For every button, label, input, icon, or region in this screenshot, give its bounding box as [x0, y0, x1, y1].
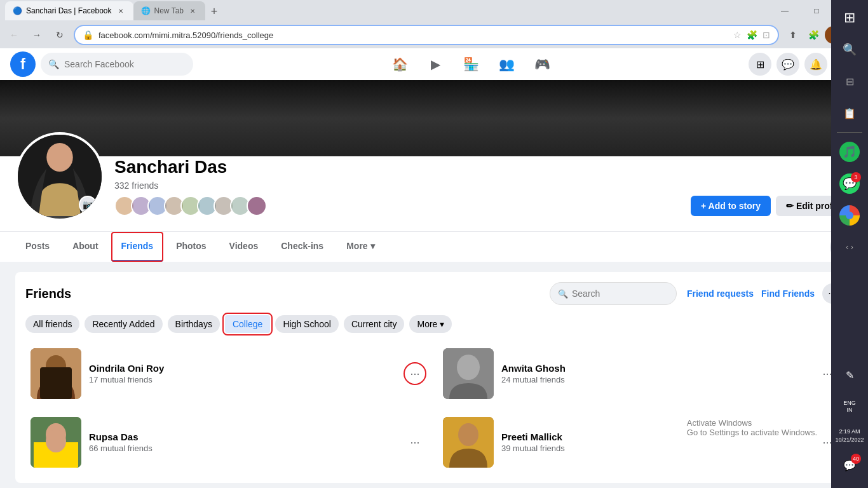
- extension-icon[interactable]: 🧩: [747, 30, 757, 40]
- tab-bar: 🔵 Sanchari Das | Facebook ✕ 🌐 New Tab ✕ …: [5, 1, 770, 20]
- cover-photo: [0, 80, 868, 156]
- add-story-button[interactable]: + Add to story: [691, 196, 771, 216]
- svg-point-12: [458, 423, 478, 446]
- groups-nav-icon[interactable]: 👥: [491, 49, 522, 79]
- minimize-button[interactable]: —: [770, 0, 799, 22]
- friends-section: Friends 🔍 Friend requests Find Friends ·…: [15, 272, 853, 483]
- taskbar-search-icon[interactable]: 🔍: [834, 34, 865, 65]
- chevron-icons[interactable]: ‹ ›: [834, 232, 865, 262]
- friends-grid: Oindrila Oni Roy 17 mutual friends ···: [25, 343, 843, 473]
- tab-facebook[interactable]: 🔵 Sanchari Das | Facebook ✕: [5, 1, 133, 20]
- profile-info: Sanchari Das 332 friends: [114, 156, 681, 221]
- fb-search-bar[interactable]: 🔍: [41, 53, 193, 76]
- filter-more-button[interactable]: More ▾: [409, 315, 452, 333]
- spotify-icon[interactable]: 🎵: [834, 137, 865, 167]
- tab-videos[interactable]: Videos: [219, 232, 269, 262]
- svg-point-1: [46, 143, 72, 172]
- notification-count: 40: [851, 454, 861, 464]
- tab-favicon-2: 🌐: [141, 6, 151, 15]
- profile-name: Sanchari Das: [114, 156, 681, 178]
- forward-button[interactable]: →: [28, 26, 46, 44]
- cover-area: 📷 Sanchari Das 332 friends: [0, 80, 868, 262]
- tab-close-1[interactable]: ✕: [116, 6, 126, 16]
- url-text: facebook.com/mimi.mitra.52090/friends_co…: [98, 30, 728, 40]
- facebook-logo[interactable]: f: [10, 51, 36, 77]
- tab-newtab[interactable]: 🌐 New Tab ✕: [133, 1, 205, 20]
- friend-more-button-3[interactable]: ···: [405, 432, 425, 452]
- time-text: 2:19 AM: [839, 428, 860, 436]
- notifications-icon[interactable]: 🔔: [804, 53, 827, 76]
- fb-navbar: f 🔍 🏠 ▶ 🏪 👥 🎮 ⊞ 💬 🔔: [0, 48, 868, 80]
- task-view-icon[interactable]: ⊟: [834, 66, 865, 97]
- camera-badge[interactable]: 📷: [79, 196, 97, 214]
- maximize-button[interactable]: □: [802, 0, 831, 22]
- widgets-icon[interactable]: 📋: [834, 98, 865, 128]
- friends-count: 332 friends: [114, 180, 681, 191]
- find-friends-link[interactable]: Find Friends: [761, 288, 815, 299]
- home-nav-icon[interactable]: 🏠: [384, 49, 415, 79]
- friends-search-area: 🔍: [550, 282, 677, 305]
- tab-title-1: Sanchari Das | Facebook: [26, 6, 112, 15]
- search-icon: 🔍: [48, 59, 59, 69]
- tab-more[interactable]: More ▾: [336, 232, 384, 262]
- filter-college[interactable]: College: [225, 315, 270, 333]
- star-icon[interactable]: ☆: [733, 30, 742, 40]
- gaming-nav-icon[interactable]: 🎮: [527, 49, 557, 79]
- edit-icon[interactable]: ✎: [834, 360, 865, 390]
- video-nav-icon[interactable]: ▶: [420, 49, 451, 79]
- filter-all-friends[interactable]: All friends: [25, 315, 79, 333]
- friend-mutual-2: 24 mutual friends: [501, 375, 810, 384]
- friend-name-4: Preeti Mallick: [501, 431, 810, 442]
- date-text: 10/21/2022: [835, 436, 864, 444]
- split-tab-icon[interactable]: ⊡: [763, 30, 770, 40]
- apps-icon[interactable]: ⊞: [749, 53, 771, 76]
- friends-search-input[interactable]: [572, 288, 668, 299]
- filter-current-city[interactable]: Current city: [344, 315, 405, 333]
- friend-info-4: Preeti Mallick 39 mutual friends: [501, 431, 810, 453]
- filter-birthdays[interactable]: Birthdays: [168, 315, 220, 333]
- extensions-icon[interactable]: 🧩: [804, 26, 822, 44]
- address-bar[interactable]: 🔒 facebook.com/mimi.mitra.52090/friends_…: [74, 25, 779, 45]
- back-button[interactable]: ←: [5, 26, 23, 44]
- tab-favicon-1: 🔵: [13, 6, 22, 15]
- friend-info-3: Rupsa Das 66 mutual friends: [89, 431, 397, 453]
- whatsapp-icon[interactable]: 💬 3: [834, 168, 865, 199]
- friend-info-1: Oindrila Oni Roy 17 mutual friends: [89, 363, 397, 384]
- tab-photos[interactable]: Photos: [166, 232, 216, 262]
- notification-widget[interactable]: 💬 40: [834, 450, 865, 480]
- friend-requests-link[interactable]: Friend requests: [687, 288, 754, 299]
- profile-avatar: 📷: [15, 132, 104, 221]
- marketplace-nav-icon[interactable]: 🏪: [456, 49, 486, 79]
- friend-photo-2: [443, 348, 494, 399]
- friends-search-box[interactable]: 🔍: [550, 282, 677, 305]
- clock-widget[interactable]: 2:19 AM 10/21/2022: [831, 423, 868, 449]
- friend-photo-3: [31, 417, 81, 468]
- tab-posts[interactable]: Posts: [15, 232, 60, 262]
- friend-card-2: Anwita Ghosh 24 mutual friends ···: [438, 343, 843, 404]
- chrome-icon[interactable]: [834, 200, 865, 231]
- svg-rect-4: [40, 367, 72, 399]
- tab-about[interactable]: About: [62, 232, 108, 262]
- profile-actions: + Add to story ✏ Edit profile: [691, 196, 853, 221]
- whatsapp-badge: 3: [851, 172, 861, 182]
- profile-section: 📷 Sanchari Das 332 friends: [0, 156, 868, 231]
- refresh-button[interactable]: ↻: [51, 26, 69, 44]
- friend-photo-4: [443, 417, 494, 468]
- filter-recently-added[interactable]: Recently Added: [85, 315, 162, 333]
- windows-start-icon[interactable]: ⊞: [834, 3, 865, 33]
- friend-more-button-1[interactable]: ···: [405, 363, 425, 384]
- profile-tabs: Posts About Friends Photos Videos Check-…: [0, 231, 868, 262]
- friend-mutual-4: 39 mutual friends: [501, 444, 810, 453]
- filter-high-school[interactable]: High School: [275, 315, 339, 333]
- language-indicator[interactable]: ENG IN: [834, 391, 865, 422]
- friend-avatar-9: [247, 196, 267, 216]
- taskbar-bottom: ✎ ENG IN 2:19 AM 10/21/2022 💬 40: [831, 360, 868, 485]
- tab-checkins[interactable]: Check-ins: [271, 232, 334, 262]
- tab-close-2[interactable]: ✕: [187, 6, 198, 16]
- new-tab-button[interactable]: +: [205, 3, 223, 20]
- share-icon[interactable]: ⬆: [784, 26, 802, 44]
- messenger-icon[interactable]: 💬: [776, 53, 799, 76]
- tab-friends[interactable]: Friends: [111, 232, 164, 262]
- search-input[interactable]: [64, 59, 186, 69]
- friends-section-title: Friends: [25, 287, 71, 301]
